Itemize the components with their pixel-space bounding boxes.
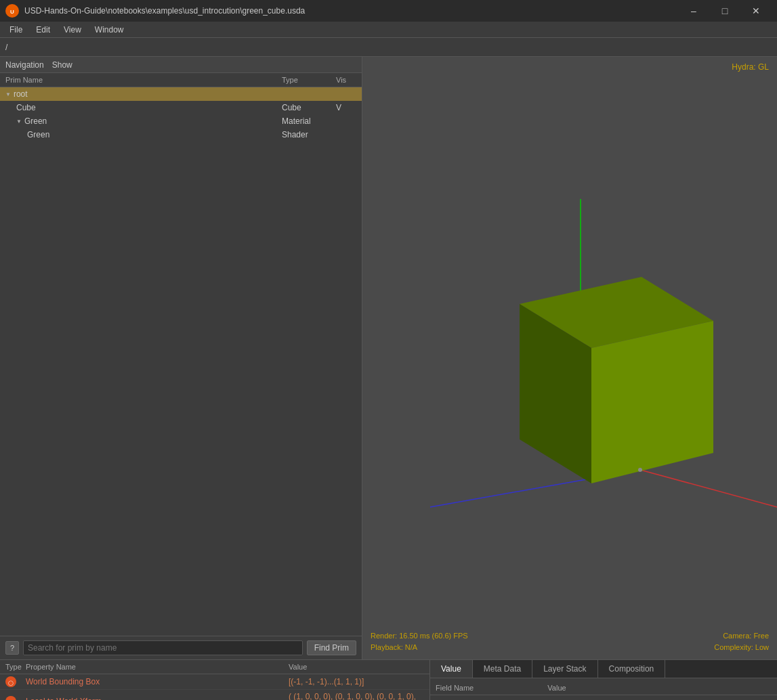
prop-icon-local-xform: [5, 696, 16, 700]
prim-row-cube[interactable]: Cube Cube V: [0, 101, 362, 114]
prim-name-root: root: [14, 89, 28, 99]
prop-icon-world-bbox: ◯: [5, 676, 16, 687]
metadata-panel: Value Meta Data Layer Stack Composition …: [430, 660, 777, 700]
breadcrumb: /: [0, 38, 777, 57]
render-stat: Render: 16.50 ms (60.6) FPS: [371, 630, 468, 642]
close-button[interactable]: ✕: [740, 0, 772, 22]
prop-row-local-xform[interactable]: Local to World Xform ( (1, 0, 0, 0), (0,…: [0, 690, 429, 700]
viewport-camera: Camera: Free Complexity: Low: [714, 630, 769, 654]
maximize-button[interactable]: □: [709, 0, 740, 22]
col-header-type: Type: [282, 76, 336, 84]
nav-tab-show[interactable]: Show: [52, 60, 72, 70]
app-icon: U: [5, 4, 19, 18]
tab-composition[interactable]: Composition: [598, 660, 666, 678]
tab-metadata[interactable]: Meta Data: [473, 660, 532, 678]
properties-panel: Type Property Name Value ◯ World Boundin…: [0, 660, 430, 700]
expand-icon-root: ▼: [5, 91, 11, 97]
menu-bar: File Edit View Window: [0, 22, 777, 38]
window-title: USD-Hands-On-Guide\notebooks\examples\us…: [24, 6, 678, 16]
metadata-tabs: Value Meta Data Layer Stack Composition: [430, 660, 777, 678]
prop-row-world-bbox[interactable]: ◯ World Bounding Box [(-1, -1, -1)...(1,…: [0, 674, 429, 690]
complexity-stat: Complexity: Low: [714, 642, 769, 654]
col-header-field: Field Name: [436, 684, 547, 692]
bottom-section: Type Property Name Value ◯ World Boundin…: [0, 659, 777, 700]
expand-icon-green: ▼: [16, 118, 22, 125]
menu-file[interactable]: File: [3, 22, 29, 38]
svg-text:U: U: [10, 9, 14, 15]
tab-layer-stack[interactable]: Layer Stack: [532, 660, 597, 678]
prop-val-world-bbox: [(-1, -1, -1)...(1, 1, 1)]: [289, 677, 424, 686]
prim-vis-cube: V: [336, 103, 356, 112]
prim-type-shader: Shader: [282, 130, 336, 139]
col-header-prim-name: Prim Name: [5, 76, 282, 84]
meta-row-object-type[interactable]: [object type] Prim: [430, 695, 777, 700]
find-prim-button[interactable]: Find Prim: [307, 640, 356, 655]
main-layout: Navigation Show Prim Name Type Vis ▼ roo…: [0, 57, 777, 659]
prim-search-bar: ? Find Prim: [0, 636, 362, 659]
left-panel: Navigation Show Prim Name Type Vis ▼ roo…: [0, 57, 362, 659]
svg-text:◯: ◯: [8, 680, 14, 686]
svg-point-12: [7, 697, 15, 700]
title-bar: U USD-Hands-On-Guide\notebooks\examples\…: [0, 0, 777, 22]
viewport-canvas: [362, 57, 777, 659]
viewport-stats: Render: 16.50 ms (60.6) FPS Playback: N/…: [371, 630, 468, 654]
nav-bar: Navigation Show: [0, 57, 362, 73]
prim-tree-header: Prim Name Type Vis: [0, 73, 362, 87]
prop-val-local-xform: ( (1, 0, 0, 0), (0, 1, 0, 0), (0, 0, 1, …: [289, 692, 424, 700]
viewport[interactable]: Hydra: GL Render: 16.50 ms (60.6) FPS Pl…: [362, 57, 777, 659]
prim-tree: ▼ root Cube Cube V ▼ Green Mate: [0, 87, 362, 636]
prim-search-help-button[interactable]: ?: [5, 641, 19, 655]
camera-stat: Camera: Free: [714, 630, 769, 642]
prop-name-world-bbox: World Bounding Box: [26, 677, 289, 686]
prim-row-root[interactable]: ▼ root: [0, 87, 362, 101]
prim-name-green-shader: Green: [27, 130, 49, 139]
playback-stat: Playback: N/A: [371, 642, 468, 654]
menu-edit[interactable]: Edit: [29, 22, 57, 38]
prim-row-green-material[interactable]: ▼ Green Material: [0, 114, 362, 128]
prim-search-input[interactable]: [23, 640, 303, 655]
prim-type-green: Material: [282, 116, 336, 126]
breadcrumb-path: /: [5, 43, 7, 52]
prim-type-cube: Cube: [282, 103, 336, 112]
tab-value[interactable]: Value: [430, 660, 473, 678]
col-header-prop-value: Value: [289, 663, 424, 671]
window-controls[interactable]: – □ ✕: [678, 0, 772, 22]
nav-tab-navigation[interactable]: Navigation: [5, 60, 44, 70]
metadata-header: Field Name Value: [430, 681, 777, 695]
col-header-meta-val: Value: [547, 684, 772, 692]
metadata-content: Field Name Value [object type] Prim [pat…: [430, 678, 777, 700]
prop-name-local-xform: Local to World Xform: [26, 697, 289, 700]
svg-point-9: [638, 468, 642, 472]
prim-row-green-shader[interactable]: Green Shader: [0, 128, 362, 141]
prim-name-cube: Cube: [16, 103, 36, 112]
menu-window[interactable]: Window: [88, 22, 131, 38]
col-header-prop-name: Property Name: [26, 663, 289, 671]
properties-header: Type Property Name Value: [0, 660, 429, 674]
menu-view[interactable]: View: [57, 22, 88, 38]
minimize-button[interactable]: –: [678, 0, 709, 22]
col-header-prop-type: Type: [5, 663, 26, 671]
prim-name-green-material: Green: [24, 116, 47, 126]
col-header-vis: Vis: [336, 76, 356, 84]
